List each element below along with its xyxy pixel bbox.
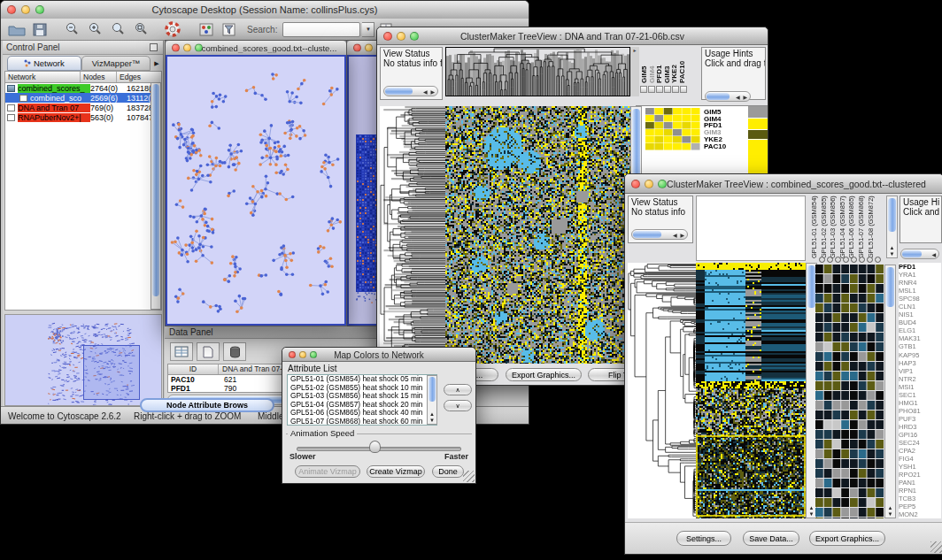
node-attribute-browser-button[interactable]: Node Attribute Brows — [140, 398, 274, 412]
detail-column-icon[interactable] — [827, 257, 833, 263]
delete-attribute-button[interactable] — [223, 342, 246, 361]
attribute-listbox[interactable]: GPL51-01 (GSM854) heat shock 05 minGPL51… — [287, 374, 437, 426]
gene-label[interactable]: ELG1 — [899, 326, 941, 334]
mini-tool-icon[interactable] — [680, 86, 687, 93]
network-row[interactable]: RNAPuberNov2+| 563(0) 107847(0) — [5, 112, 161, 122]
settings-button[interactable]: Settings... — [676, 531, 731, 546]
export-graphics-button[interactable]: Export Graphics... — [809, 531, 885, 546]
resize-grip[interactable] — [463, 471, 475, 482]
detail-column-icon[interactable] — [819, 257, 825, 263]
tab-overflow-button[interactable]: ▶ — [151, 56, 162, 71]
close-icon[interactable] — [353, 44, 361, 52]
network-row[interactable]: combined_scores_ 2764(0) 16218(0) — [5, 83, 161, 93]
network-table-header[interactable]: Network Nodes Edges — [5, 72, 161, 83]
detail-column-icon[interactable] — [843, 257, 849, 263]
view-status-scrollbar[interactable]: ◀ ▶ — [383, 86, 438, 96]
detail-column-icon[interactable] — [835, 257, 841, 263]
main-titlebar[interactable]: Cytoscape Desktop (Session Name: collins… — [1, 1, 529, 19]
heatmap-detail-view[interactable] — [815, 265, 884, 518]
column-label[interactable]: GPL51-06 (GSM865) — [847, 196, 857, 258]
tab-vizmapper[interactable]: VizMapper™ — [81, 56, 151, 71]
help-button[interactable] — [162, 20, 183, 38]
gene-label[interactable]: SEC1 — [899, 391, 941, 399]
gene-label[interactable]: PUF3 — [899, 415, 941, 423]
gene-label[interactable]: RPO21 — [899, 471, 941, 479]
dendrogram-splitter[interactable]: ▸ — [630, 47, 639, 96]
column-label[interactable]: GPL51-01 (GSM854) — [810, 196, 820, 258]
detail-column-icon[interactable] — [851, 257, 857, 263]
network-row[interactable]: combined_sco 2569(6) 13112(15) — [5, 93, 161, 103]
gene-label[interactable]: GPI16 — [899, 431, 941, 439]
gene-label[interactable]: FIG4 — [899, 455, 941, 463]
network-row[interactable]: DNA and Tran 07 769(0) 183728(0) — [5, 103, 161, 112]
row-dendrogram[interactable] — [628, 263, 696, 518]
save-session-button[interactable] — [29, 20, 50, 38]
detail-vscrollbar[interactable]: ▲▼ — [884, 265, 896, 518]
data-table-button[interactable] — [170, 342, 193, 361]
usage-hints-scrollbar[interactable]: ◀ ▶ — [705, 91, 751, 102]
usage-hints-scrollbar[interactable]: ◀ — [900, 249, 939, 259]
gene-label[interactable]: GTB1 — [899, 342, 941, 350]
gene-label[interactable]: KAP95 — [899, 351, 941, 359]
column-dendrogram[interactable] — [446, 48, 629, 96]
gene-label[interactable]: MSI1 — [899, 383, 941, 391]
gene-label[interactable]: RPN1 — [899, 487, 941, 495]
gene-label[interactable]: NTR2 — [899, 375, 941, 383]
gene-label[interactable]: VIP1 — [899, 367, 941, 375]
gene-label[interactable]: PFD1 — [899, 263, 941, 271]
open-session-button[interactable] — [6, 20, 27, 38]
gene-label[interactable]: TCB3 — [899, 495, 941, 502]
move-up-button[interactable]: ∧ — [444, 384, 472, 395]
column-label[interactable]: PAC10 — [678, 50, 686, 83]
gene-label[interactable]: PHO81 — [899, 407, 941, 415]
gene-label[interactable]: PEP5 — [899, 502, 941, 510]
network-overview[interactable] — [4, 314, 162, 406]
mini-tool-icon[interactable] — [664, 86, 671, 93]
column-label[interactable]: PFD1 — [655, 50, 663, 83]
gene-label[interactable]: MON2 — [899, 510, 941, 518]
gene-label[interactable]: HRD3 — [899, 423, 941, 431]
gene-label[interactable]: YRA1 — [899, 271, 941, 279]
filter-button[interactable] — [219, 20, 240, 38]
gene-label[interactable]: PAC10 — [704, 143, 743, 150]
zoom-in-button[interactable] — [84, 20, 105, 38]
column-label[interactable]: GIM5 — [640, 50, 648, 83]
gene-label[interactable]: SEC24 — [899, 439, 941, 447]
view-status-scrollbar[interactable]: ◀ ▶ — [631, 229, 688, 240]
float-panel-icon[interactable] — [150, 43, 158, 51]
minimize-icon[interactable] — [365, 44, 373, 52]
vizmapper-button[interactable] — [196, 20, 217, 38]
gene-label[interactable]: YSH1 — [899, 463, 941, 471]
detail-column-icon[interactable] — [859, 257, 865, 263]
detail-column-icon[interactable] — [875, 257, 881, 263]
resize-grip[interactable] — [930, 541, 942, 553]
gene-label[interactable]: CLN1 — [899, 303, 941, 311]
gene-label[interactable]: BUD4 — [899, 318, 941, 326]
tab-network[interactable]: Network — [7, 56, 81, 71]
speed-slider-thumb[interactable] — [369, 441, 381, 453]
move-down-button[interactable]: ∨ — [444, 400, 472, 411]
gene-label[interactable]: MAK31 — [899, 334, 941, 342]
create-vizmap-button[interactable]: Create Vizmap — [367, 465, 425, 478]
column-labels-scrollbar[interactable]: ▲▼ — [886, 196, 898, 258]
similarity-matrix-thumbnail[interactable] — [645, 108, 700, 150]
attribute-list-scrollbar[interactable]: ▲▼ — [427, 375, 437, 425]
column-label[interactable]: GPL51-03 (GSM856) — [829, 196, 838, 258]
mini-tool-icon[interactable] — [640, 86, 647, 93]
save-data-button[interactable]: Save Data... — [743, 531, 799, 546]
gene-label[interactable]: CPA2 — [899, 447, 941, 455]
id-column-header[interactable]: ID — [168, 364, 219, 374]
gene-label[interactable]: HAP3 — [899, 359, 941, 367]
column-label[interactable]: GPL51-08 (GSM872) — [867, 196, 876, 258]
heatmap[interactable] — [696, 263, 806, 518]
gene-label[interactable]: SPC98 — [899, 295, 941, 303]
heatmap[interactable] — [445, 106, 630, 364]
mini-tool-icon[interactable] — [672, 86, 679, 93]
zoom-fit-button[interactable] — [130, 20, 151, 38]
search-dropdown-button[interactable]: ▼ — [362, 22, 374, 37]
detail-column-icon[interactable] — [867, 257, 873, 263]
gene-label[interactable]: HMG1 — [899, 399, 941, 407]
export-graphics-button[interactable]: Export Graphics... — [506, 368, 582, 381]
column-label[interactable]: GIM4 — [648, 50, 656, 83]
zoom-out-button[interactable] — [61, 20, 82, 38]
